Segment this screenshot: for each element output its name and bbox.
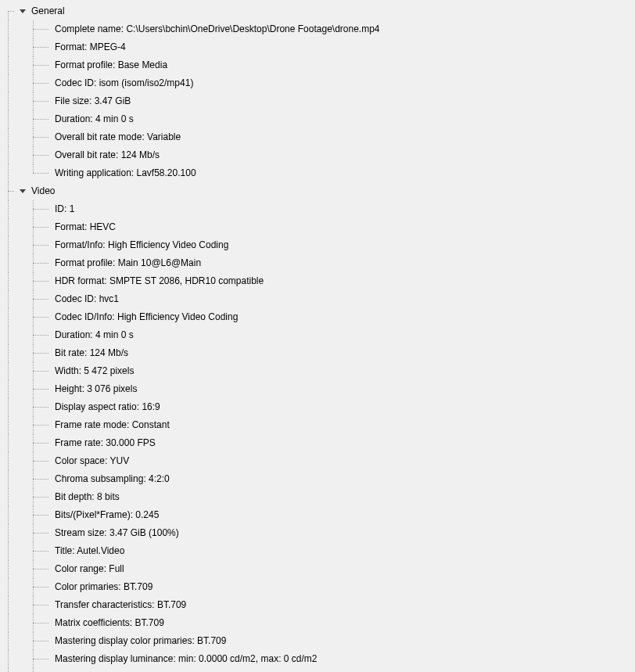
tree-item-label: Format profile: Main 10@L6@Main xyxy=(55,254,201,272)
tree-item-label: Frame rate mode: Constant xyxy=(55,416,170,434)
tree-item[interactable]: Height: 3 076 pixels xyxy=(0,380,635,398)
tree-item[interactable]: Color space: YUV xyxy=(0,452,635,470)
tree-item-label: Color space: YUV xyxy=(55,452,129,470)
tree-item-label: HDR format: SMPTE ST 2086, HDR10 compati… xyxy=(55,272,264,290)
tree-item-label: Transfer characteristics: BT.709 xyxy=(55,596,186,614)
tree-item-label: Duration: 4 min 0 s xyxy=(55,326,134,344)
tree-item[interactable]: Format profile: Base Media xyxy=(0,56,635,74)
tree-item-label: Duration: 4 min 0 s xyxy=(55,110,134,128)
tree-item-label: Format profile: Base Media xyxy=(55,56,167,74)
tree-item[interactable]: Duration: 4 min 0 s xyxy=(0,110,635,128)
tree-item-label: Stream size: 3.47 GiB (100%) xyxy=(55,524,179,542)
tree-item-label: Overall bit rate: 124 Mb/s xyxy=(55,146,160,164)
tree-item[interactable]: Mastering display color primaries: BT.70… xyxy=(0,632,635,650)
tree-item[interactable]: Width: 5 472 pixels xyxy=(0,362,635,380)
tree-item-label: Codec ID: isom (isom/iso2/mp41) xyxy=(55,74,193,92)
section-label: General xyxy=(31,2,65,20)
tree-item-label: Height: 3 076 pixels xyxy=(55,380,137,398)
tree-item-label: File size: 3.47 GiB xyxy=(55,92,131,110)
tree-item-label: Color range: Full xyxy=(55,560,124,578)
tree-item-label: Codec ID/Info: High Efficiency Video Cod… xyxy=(55,308,238,326)
tree-item-label: Bit depth: 8 bits xyxy=(55,488,120,506)
tree-item-label: Codec ID: hvc1 xyxy=(55,290,119,308)
tree-item[interactable]: Codec ID: hvc1 xyxy=(0,290,635,308)
tree-item-label: Mastering display color primaries: BT.70… xyxy=(55,632,226,650)
tree-item-label: Width: 5 472 pixels xyxy=(55,362,134,380)
tree-item-label: Display aspect ratio: 16:9 xyxy=(55,398,160,416)
tree-item-label: ID: 1 xyxy=(55,200,74,218)
tree-item[interactable]: Transfer characteristics: BT.709 xyxy=(0,596,635,614)
tree-item-label: Format/Info: High Efficiency Video Codin… xyxy=(55,236,228,254)
chevron-down-icon[interactable] xyxy=(17,6,28,17)
tree-item-label: Bit rate: 124 Mb/s xyxy=(55,344,128,362)
tree-item[interactable]: Color primaries: BT.709 xyxy=(0,578,635,596)
tree-item[interactable]: Writing application: Lavf58.20.100 xyxy=(0,164,635,182)
tree-item[interactable]: Complete name: C:\Users\bchin\OneDrive\D… xyxy=(0,20,635,38)
tree-item-label: Chroma subsampling: 4:2:0 xyxy=(55,470,170,488)
tree-item[interactable]: Display aspect ratio: 16:9 xyxy=(0,398,635,416)
tree-item[interactable]: Overall bit rate: 124 Mb/s xyxy=(0,146,635,164)
tree-item[interactable]: Codec ID: isom (isom/iso2/mp41) xyxy=(0,74,635,92)
tree-item[interactable]: Frame rate: 30.000 FPS xyxy=(0,434,635,452)
tree-item[interactable]: Matrix coefficients: BT.709 xyxy=(0,614,635,632)
tree-item-label: Complete name: C:\Users\bchin\OneDrive\D… xyxy=(55,20,380,38)
media-info-tree: GeneralComplete name: C:\Users\bchin\One… xyxy=(0,2,635,672)
tree-item-label: Overall bit rate mode: Variable xyxy=(55,128,181,146)
section-label: Video xyxy=(31,182,55,200)
tree-item[interactable]: Bit depth: 8 bits xyxy=(0,488,635,506)
tree-item[interactable]: Format/Info: High Efficiency Video Codin… xyxy=(0,236,635,254)
tree-item[interactable]: Format profile: Main 10@L6@Main xyxy=(0,254,635,272)
tree-item-label: Bits/(Pixel*Frame): 0.245 xyxy=(55,506,159,524)
tree-item-label: Matrix coefficients: BT.709 xyxy=(55,614,164,632)
tree-item[interactable]: Codec configuration box: hvcC xyxy=(0,668,635,672)
tree-item-label: Title: Autel.Video xyxy=(55,542,124,560)
tree-section-general[interactable]: General xyxy=(0,2,635,20)
tree-item[interactable]: Duration: 4 min 0 s xyxy=(0,326,635,344)
tree-item[interactable]: HDR format: SMPTE ST 2086, HDR10 compati… xyxy=(0,272,635,290)
tree-item[interactable]: Overall bit rate mode: Variable xyxy=(0,128,635,146)
tree-item-label: Format: HEVC xyxy=(55,218,116,236)
tree-item[interactable]: ID: 1 xyxy=(0,200,635,218)
tree-item[interactable]: Title: Autel.Video xyxy=(0,542,635,560)
tree-item[interactable]: Bit rate: 124 Mb/s xyxy=(0,344,635,362)
tree-item-label: Codec configuration box: hvcC xyxy=(55,668,182,672)
tree-item[interactable]: Frame rate mode: Constant xyxy=(0,416,635,434)
tree-item[interactable]: File size: 3.47 GiB xyxy=(0,92,635,110)
tree-item-label: Format: MPEG-4 xyxy=(55,38,126,56)
tree-item[interactable]: Bits/(Pixel*Frame): 0.245 xyxy=(0,506,635,524)
chevron-down-icon[interactable] xyxy=(17,186,28,197)
tree-item[interactable]: Stream size: 3.47 GiB (100%) xyxy=(0,524,635,542)
tree-item-label: Color primaries: BT.709 xyxy=(55,578,152,596)
tree-item[interactable]: Mastering display luminance: min: 0.0000… xyxy=(0,650,635,668)
tree-section-video[interactable]: Video xyxy=(0,182,635,200)
tree-item[interactable]: Format: MPEG-4 xyxy=(0,38,635,56)
tree-item-label: Frame rate: 30.000 FPS xyxy=(55,434,156,452)
tree-item[interactable]: Format: HEVC xyxy=(0,218,635,236)
tree-item-label: Writing application: Lavf58.20.100 xyxy=(55,164,196,182)
tree-item[interactable]: Color range: Full xyxy=(0,560,635,578)
tree-item[interactable]: Chroma subsampling: 4:2:0 xyxy=(0,470,635,488)
tree-item-label: Mastering display luminance: min: 0.0000… xyxy=(55,650,317,668)
tree-item[interactable]: Codec ID/Info: High Efficiency Video Cod… xyxy=(0,308,635,326)
